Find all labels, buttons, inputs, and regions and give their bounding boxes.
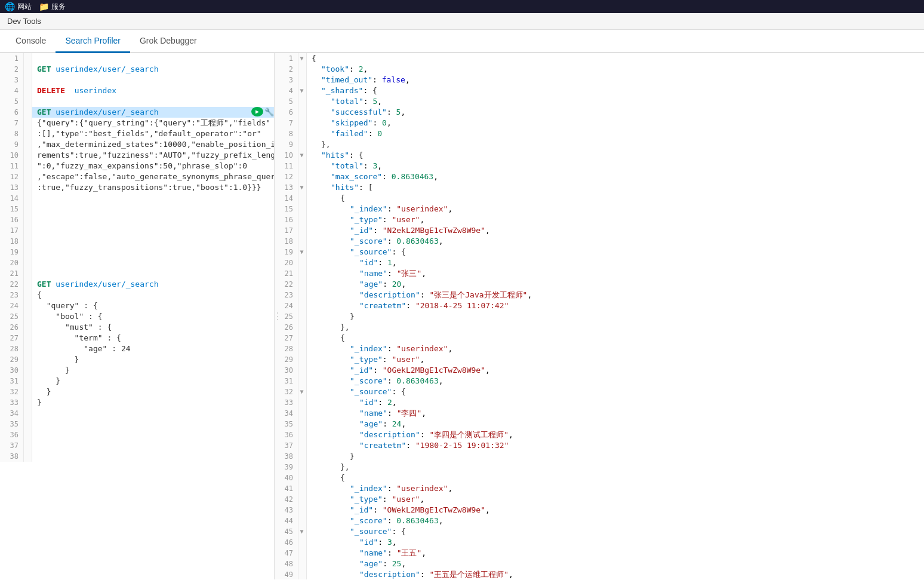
line-gutter[interactable] [24, 107, 32, 118]
fold-gutter[interactable] [298, 548, 307, 559]
fold-gutter[interactable] [298, 473, 307, 483]
fold-arrow[interactable] [300, 248, 303, 255]
fold-gutter[interactable] [298, 225, 307, 236]
line-gutter[interactable] [24, 171, 32, 182]
line-gutter[interactable] [24, 75, 32, 85]
fold-gutter[interactable] [298, 171, 307, 182]
fold-gutter[interactable] [298, 559, 307, 569]
fold-gutter[interactable] [298, 376, 307, 386]
fold-gutter[interactable] [298, 96, 307, 107]
fold-gutter[interactable] [298, 279, 307, 290]
line-gutter[interactable] [24, 118, 32, 128]
fold-arrow[interactable] [300, 55, 303, 62]
fold-gutter[interactable] [298, 483, 307, 494]
line-gutter[interactable] [24, 96, 32, 107]
fold-arrow[interactable] [300, 184, 303, 191]
fold-gutter[interactable] [298, 516, 307, 526]
fold-gutter[interactable] [298, 419, 307, 429]
fold-gutter[interactable] [298, 150, 307, 161]
line-gutter[interactable] [24, 182, 32, 193]
fold-gutter[interactable] [298, 537, 307, 548]
fold-gutter[interactable] [298, 462, 307, 473]
fold-gutter[interactable] [298, 451, 307, 462]
fold-gutter[interactable] [298, 429, 307, 440]
fold-gutter[interactable] [298, 505, 307, 516]
fold-gutter[interactable] [298, 322, 307, 333]
line-gutter[interactable] [24, 268, 32, 279]
fold-gutter[interactable] [298, 161, 307, 171]
fold-gutter[interactable] [298, 204, 307, 214]
fold-arrow[interactable] [300, 87, 303, 94]
fold-gutter[interactable] [298, 64, 307, 75]
line-gutter[interactable] [24, 236, 32, 247]
tab-console[interactable]: Console [6, 30, 56, 53]
fold-gutter[interactable] [298, 53, 307, 64]
line-gutter[interactable] [24, 354, 32, 365]
line-gutter[interactable] [24, 333, 32, 343]
line-gutter[interactable] [24, 440, 32, 451]
line-gutter[interactable] [24, 451, 32, 462]
fold-gutter[interactable] [298, 107, 307, 118]
line-gutter[interactable] [24, 290, 32, 300]
fold-gutter[interactable] [298, 247, 307, 257]
line-gutter[interactable] [24, 322, 32, 333]
line-gutter[interactable] [24, 300, 32, 311]
fold-gutter[interactable] [298, 300, 307, 311]
fold-arrow[interactable] [300, 528, 303, 535]
line-gutter[interactable] [24, 279, 32, 290]
line-gutter[interactable] [24, 365, 32, 376]
fold-gutter[interactable] [298, 236, 307, 247]
line-gutter[interactable] [24, 161, 32, 171]
fold-gutter[interactable] [298, 182, 307, 193]
line-gutter[interactable] [24, 419, 32, 429]
fold-gutter[interactable] [298, 526, 307, 537]
fold-gutter[interactable] [298, 365, 307, 376]
line-gutter[interactable] [24, 257, 32, 268]
line-gutter[interactable] [24, 429, 32, 440]
left-code-area[interactable]: 12GET userindex/user/_search34DELETE use… [0, 53, 274, 579]
line-gutter[interactable] [24, 386, 32, 397]
fold-gutter[interactable] [298, 193, 307, 204]
line-gutter[interactable] [24, 408, 32, 419]
line-gutter[interactable] [24, 64, 32, 75]
fold-gutter[interactable] [298, 268, 307, 279]
line-gutter[interactable] [24, 397, 32, 408]
taskbar-service[interactable]: 📁 服务 [39, 2, 66, 12]
line-gutter[interactable] [24, 247, 32, 257]
fold-gutter[interactable] [298, 440, 307, 451]
fold-gutter[interactable] [298, 569, 307, 579]
line-gutter[interactable] [24, 214, 32, 225]
fold-gutter[interactable] [298, 397, 307, 408]
right-code-area[interactable]: 1{2"took": 2,3"timed_out": false,4"_shar… [275, 53, 924, 579]
run-button[interactable]: ▶ [251, 107, 263, 116]
line-gutter[interactable] [24, 85, 32, 96]
taskbar-web[interactable]: 🌐 网站 [5, 2, 32, 12]
fold-gutter[interactable] [298, 118, 307, 128]
line-gutter[interactable] [24, 204, 32, 214]
fold-arrow[interactable] [300, 152, 303, 158]
fold-gutter[interactable] [298, 386, 307, 397]
line-gutter[interactable] [24, 311, 32, 322]
tab-grok-debugger[interactable]: Grok Debugger [130, 30, 207, 53]
fold-gutter[interactable] [298, 408, 307, 419]
fold-gutter[interactable] [298, 75, 307, 85]
fold-gutter[interactable] [298, 128, 307, 139]
fold-gutter[interactable] [298, 333, 307, 343]
line-gutter[interactable] [24, 53, 32, 64]
line-gutter[interactable] [24, 150, 32, 161]
line-gutter[interactable] [24, 193, 32, 204]
fold-gutter[interactable] [298, 257, 307, 268]
line-gutter[interactable] [24, 376, 32, 386]
fold-gutter[interactable] [298, 354, 307, 365]
line-gutter[interactable] [24, 128, 32, 139]
fold-gutter[interactable] [298, 85, 307, 96]
fold-gutter[interactable] [298, 214, 307, 225]
line-gutter[interactable] [24, 225, 32, 236]
fold-gutter[interactable] [298, 139, 307, 150]
fold-gutter[interactable] [298, 290, 307, 300]
tab-search-profiler[interactable]: Search Profiler [56, 30, 130, 53]
line-gutter[interactable] [24, 343, 32, 354]
fold-gutter[interactable] [298, 343, 307, 354]
panel-divider[interactable]: ⋮ [273, 313, 282, 320]
fold-arrow[interactable] [300, 388, 303, 395]
